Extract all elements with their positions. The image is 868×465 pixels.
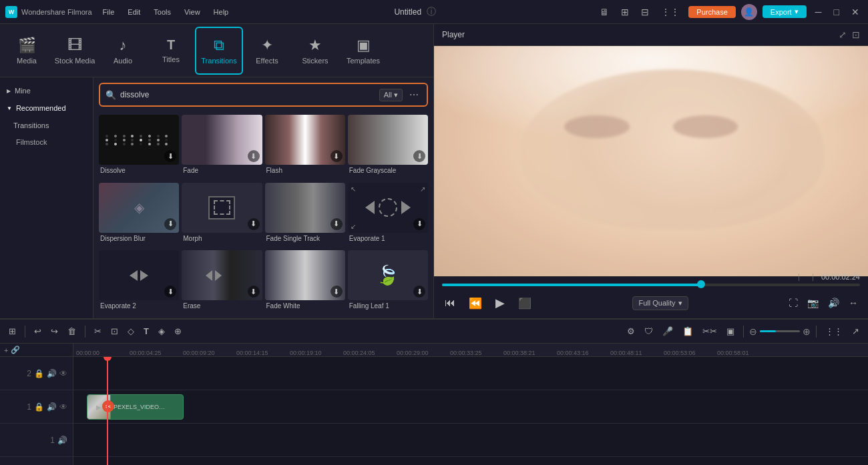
step-back-btn[interactable]: ⏪ [466, 294, 485, 312]
tab-effects-label: Effects [256, 57, 278, 65]
zoom-slider[interactable] [760, 330, 800, 332]
sidebar-mine-label: Mine [15, 87, 31, 95]
transition-item-dispersion-blur: ◈ ⬇ Dispersion Blur [99, 183, 179, 248]
video-clip[interactable]: ▶ PEXELS_VIDEOS5971289 [87, 394, 184, 420]
tl-shield-btn[interactable]: 🛡 [641, 324, 656, 338]
window-min-btn[interactable]: 🖥 [596, 5, 612, 19]
sidebar-item-recommended[interactable]: ▼ Recommended [0, 100, 93, 116]
window-apps-btn[interactable]: ⋮⋮ [658, 5, 683, 19]
transition-thumb-dissolve[interactable]: ⬇ [99, 115, 179, 165]
tl-clip-btn[interactable]: 📋 [679, 324, 696, 338]
player-timeline-progress [442, 284, 701, 286]
tab-media[interactable]: 🎬 Media [3, 27, 51, 75]
tl-settings-btn[interactable]: ⚙ [624, 324, 638, 338]
tl-text-btn[interactable]: T [140, 324, 152, 338]
track-link-btn[interactable]: 🔗 [11, 346, 20, 354]
menu-view[interactable]: View [179, 7, 206, 17]
track-audio-num: 1 [50, 436, 55, 445]
tab-transitions[interactable]: ⧉ Transitions [195, 27, 243, 75]
tl-layout-btn[interactable]: ⊞ [5, 324, 19, 338]
user-avatar[interactable]: 👤 [741, 4, 757, 20]
tl-grid-btn[interactable]: ▣ [723, 324, 738, 338]
play-btn[interactable]: ▶ [493, 293, 507, 313]
sidebar-item-mine[interactable]: ▶ Mine [0, 83, 93, 99]
ruler-mark-2: 00:00:09:20 [183, 350, 215, 356]
minimize-btn[interactable]: ─ [812, 5, 825, 19]
track-1-lock-icon[interactable]: 🔒 [34, 402, 44, 412]
tl-split-btn[interactable]: ✂✂ [699, 324, 720, 338]
track-2-lock-icon[interactable]: 🔒 [34, 369, 44, 378]
menu-tools[interactable]: Tools [148, 7, 176, 17]
tl-expand-btn[interactable]: ↗ [849, 324, 863, 338]
quality-select[interactable]: Full Quality ▾ [632, 296, 688, 310]
transition-thumb-erase[interactable]: ⬇ [182, 250, 262, 300]
tab-stickers[interactable]: ★ Stickers [291, 27, 339, 75]
menu-file[interactable]: File [97, 7, 120, 17]
search-filter[interactable]: All ▾ [379, 89, 403, 101]
fullscreen-btn[interactable]: ⛶ [787, 296, 800, 310]
track-add-btn[interactable]: + [4, 346, 8, 354]
tl-crop-btn[interactable]: ⊡ [107, 324, 122, 338]
tl-sep-2 [85, 326, 85, 338]
tl-undo-btn[interactable]: ↩ [31, 324, 45, 338]
player-expand-icon[interactable]: ⤢ [839, 29, 847, 40]
tab-stock-media[interactable]: 🎞 Stock Media [51, 27, 99, 75]
search-input[interactable] [120, 90, 375, 99]
zoom-in-btn[interactable]: ⊕ [803, 326, 811, 337]
transition-thumb-evaporate-1[interactable]: ↖ ↗ ↙ ⬇ [348, 183, 428, 233]
track-1-eye-icon[interactable]: 👁 [59, 402, 67, 412]
transition-thumb-fade[interactable]: ⬇ [182, 115, 262, 165]
maximize-btn[interactable]: □ [831, 5, 843, 19]
transition-thumb-fade-grayscale[interactable]: ⬇ [348, 115, 428, 165]
tab-effects[interactable]: ✦ Effects [243, 27, 291, 75]
transition-thumb-morph[interactable]: ⬇ [182, 183, 262, 233]
left-panel: 🎬 Media 🎞 Stock Media ♪ Audio T Titles ⧉… [0, 24, 434, 318]
settings-btn[interactable]: ↔ [847, 296, 860, 310]
topbar-center: Untitled ⓘ [239, 6, 591, 18]
tl-adjust-btn[interactable]: ◈ [155, 324, 168, 338]
window-layout-btn[interactable]: ⊞ [618, 5, 632, 19]
ruler-mark-12: 00:00:58:01 [717, 350, 749, 356]
zoom-out-btn[interactable]: ⊖ [749, 326, 757, 337]
player-settings-icon[interactable]: ⊡ [852, 29, 860, 40]
transition-thumb-fade-white[interactable]: ⬇ [265, 250, 345, 300]
track-2-mute-icon[interactable]: 🔊 [47, 369, 57, 378]
track-2-eye-icon[interactable]: 👁 [59, 369, 67, 378]
player-timeline-handle[interactable] [697, 280, 705, 288]
search-more-icon[interactable]: ⋯ [407, 88, 421, 101]
transition-thumb-fade-single-track[interactable]: ⬇ [265, 183, 345, 233]
window-grid-btn[interactable]: ⊟ [638, 5, 652, 19]
sidebar-item-transitions[interactable]: Transitions [0, 117, 93, 133]
tab-titles[interactable]: T Titles [147, 27, 195, 75]
tl-delete-btn[interactable]: 🗑 [64, 324, 79, 338]
rewind-btn[interactable]: ⏮ [442, 294, 458, 312]
recommended-arrow-icon: ▼ [7, 105, 12, 111]
tl-redo-btn[interactable]: ↪ [47, 324, 61, 338]
quality-label: Full Quality [638, 299, 675, 307]
export-button[interactable]: Export ▾ [763, 5, 807, 18]
transition-thumb-dispersion-blur[interactable]: ◈ ⬇ [99, 183, 179, 233]
volume-btn[interactable]: 🔊 [826, 296, 841, 310]
purchase-button[interactable]: Purchase [688, 6, 735, 18]
transition-thumb-falling-leaf-1[interactable]: 🍃 ⬇ [348, 250, 428, 300]
tl-add-btn[interactable]: ⊕ [171, 324, 185, 338]
menu-edit[interactable]: Edit [122, 7, 146, 17]
sidebar-item-filmstock[interactable]: Filmstock [0, 135, 93, 149]
tl-mask-btn[interactable]: ◇ [124, 324, 138, 338]
tl-more-btn[interactable]: ⋮⋮ [822, 324, 846, 338]
track-audio-mute-icon[interactable]: 🔊 [57, 436, 67, 445]
tab-audio[interactable]: ♪ Audio [99, 27, 147, 75]
tl-cut-btn[interactable]: ✂ [91, 324, 105, 338]
stop-btn[interactable]: ⬛ [515, 294, 534, 312]
transition-thumb-evaporate-2[interactable]: ⬇ [99, 250, 179, 300]
track-1-mute-icon[interactable]: 🔊 [47, 402, 57, 412]
tab-templates[interactable]: ▣ Templates [339, 27, 387, 75]
tl-mic-btn[interactable]: 🎤 [659, 324, 676, 338]
screenshot-btn[interactable]: 📷 [805, 296, 821, 310]
player-timeline-bar[interactable]: ⎸ ⎸ 00:00:02:24 [442, 284, 860, 286]
close-btn[interactable]: ✕ [848, 5, 863, 19]
transition-thumb-flash[interactable]: ⬇ [265, 115, 345, 165]
dispersion-blur-add-icon: ⬇ [164, 218, 176, 230]
menu-help[interactable]: Help [208, 7, 234, 17]
morph-label: Morph [182, 235, 262, 242]
